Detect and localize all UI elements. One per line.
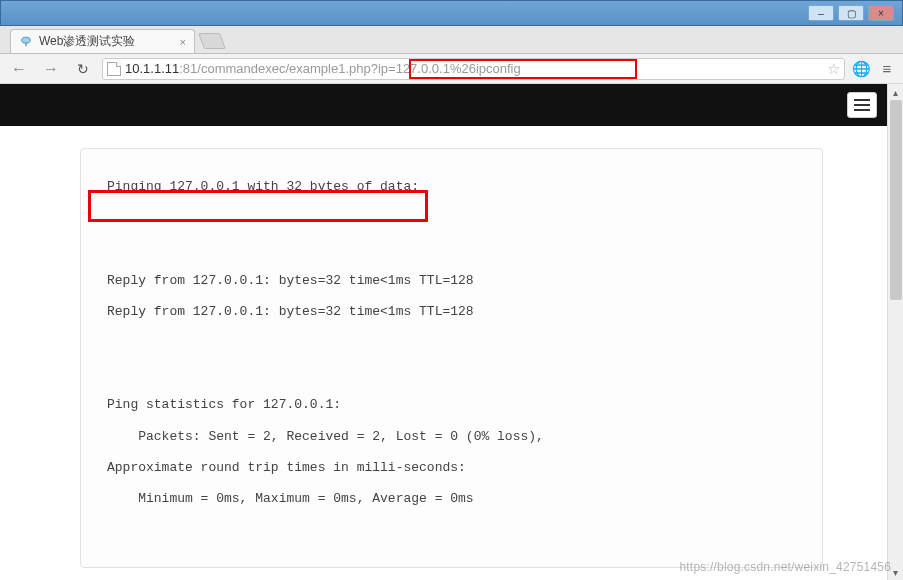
url-path: :81/commandexec/example1.php?ip=127.0.0.…	[179, 61, 521, 76]
hamburger-line-icon	[854, 99, 870, 101]
output-line: Packets: Sent = 2, Received = 2, Lost = …	[107, 429, 544, 444]
forward-button[interactable]: →	[38, 58, 64, 80]
watermark-text: https://blog.csdn.net/weixin_42751456	[679, 560, 891, 574]
tab-close-icon[interactable]: ×	[180, 36, 186, 48]
window-close-button[interactable]: ×	[868, 5, 894, 21]
hamburger-line-icon	[854, 109, 870, 111]
output-line: Reply from 127.0.0.1: bytes=32 time<1ms …	[107, 273, 474, 288]
favicon-icon	[19, 35, 33, 49]
url-host: 10.1.1.11	[125, 61, 179, 76]
hamburger-menu-button[interactable]	[847, 92, 877, 118]
output-line: Reply from 127.0.0.1: bytes=32 time<1ms …	[107, 304, 474, 319]
browser-tab[interactable]: Web渗透测试实验 ×	[10, 29, 195, 53]
output-line: Minimum = 0ms, Maximum = 0ms, Average = …	[107, 491, 474, 506]
address-bar[interactable]: 10.1.1.11:81/commandexec/example1.php?ip…	[102, 58, 845, 80]
window-titlebar: – ▢ ×	[0, 0, 903, 26]
globe-icon[interactable]: 🌐	[851, 60, 871, 78]
vertical-scrollbar[interactable]: ▴ ▾	[887, 84, 903, 580]
scroll-up-button[interactable]: ▴	[888, 84, 903, 100]
hamburger-line-icon	[854, 104, 870, 106]
page-icon	[107, 62, 121, 76]
output-line: Approximate round trip times in milli-se…	[107, 460, 466, 475]
new-tab-button[interactable]	[198, 33, 226, 49]
browser-toolbar: ← → ↻ 10.1.1.11:81/commandexec/example1.…	[0, 54, 903, 84]
browser-tab-strip: Web渗透测试实验 ×	[0, 26, 903, 54]
bookmark-star-icon[interactable]: ☆	[827, 60, 840, 78]
scroll-thumb[interactable]	[890, 100, 902, 300]
browser-menu-icon[interactable]: ≡	[877, 60, 897, 77]
command-output: Pinging 127.0.0.1 with 32 bytes of data:…	[107, 171, 796, 514]
reload-button[interactable]: ↻	[70, 58, 96, 80]
output-line: Ping statistics for 127.0.0.1:	[107, 397, 341, 412]
tab-title: Web渗透测试实验	[39, 33, 135, 50]
window-minimize-button[interactable]: –	[808, 5, 834, 21]
window-maximize-button[interactable]: ▢	[838, 5, 864, 21]
site-header-bar	[0, 84, 903, 126]
output-line: Pinging 127.0.0.1 with 32 bytes of data:	[107, 179, 419, 194]
page-viewport: Pinging 127.0.0.1 with 32 bytes of data:…	[0, 84, 903, 580]
svg-rect-1	[25, 42, 27, 46]
back-button[interactable]: ←	[6, 58, 32, 80]
output-panel: Pinging 127.0.0.1 with 32 bytes of data:…	[80, 148, 823, 568]
